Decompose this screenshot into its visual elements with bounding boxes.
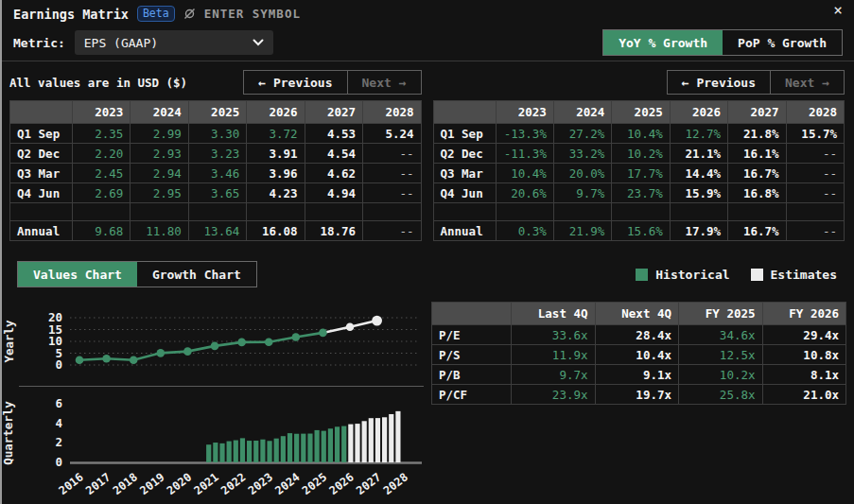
spacer-cell [433, 203, 496, 221]
values-next-button[interactable]: Next → [347, 70, 422, 95]
chevron-down-icon [253, 39, 264, 46]
ratio-column-header: FY 2026 [762, 303, 846, 325]
year-header-corner [433, 101, 496, 124]
table-row: Q1 Sep-13.3%27.2%10.4%12.7%21.8%15.7% [433, 124, 845, 144]
link-icon[interactable] [183, 8, 196, 20]
historical-swatch [636, 269, 648, 281]
close-icon[interactable]: × [833, 3, 843, 18]
year-header: 2023 [73, 101, 131, 124]
value-cell: 2.99 [131, 124, 188, 144]
spacer-cell [247, 203, 305, 221]
earnings-matrix-window: Earnings Matrix Beta ENTER SYMBOL × Metr… [0, 0, 854, 504]
value-cell: 4.54 [305, 144, 362, 164]
growth-next-button[interactable]: Next → [770, 70, 845, 95]
value-cell: 4.62 [305, 164, 362, 183]
value-cell: 3.65 [188, 183, 246, 203]
pop-growth-button[interactable]: PoP % Growth [723, 30, 842, 55]
ratio-cell: 8.1x [762, 365, 846, 385]
spacer-cell [305, 203, 362, 221]
row-label: Q2 Dec [10, 144, 73, 164]
year-header: 2028 [786, 101, 844, 124]
value-cell: 4.94 [305, 183, 362, 203]
growth-cell: 10.4% [496, 164, 553, 183]
spacer-cell [496, 203, 553, 221]
tables-section: All values are in USD ($) ← Previous Nex… [0, 61, 854, 241]
table-row: Q2 Dec2.202.933.233.914.54-- [10, 144, 422, 164]
ratio-cell: 29.4x [762, 325, 846, 345]
spacer-row [10, 203, 422, 221]
year-header: 2025 [612, 101, 670, 124]
growth-cell: 17.9% [670, 221, 727, 241]
row-label: P/B [432, 365, 512, 385]
values-previous-button[interactable]: ← Previous [243, 70, 347, 95]
ratio-column-header: Last 4Q [512, 303, 596, 325]
ratio-cell: 34.6x [679, 325, 763, 345]
row-label: Q3 Mar [10, 164, 73, 183]
growth-cell: 16.8% [728, 183, 786, 203]
value-cell: 13.64 [188, 221, 246, 241]
spacer-cell [131, 203, 188, 221]
values-table: 202320242025202620272028Q1 Sep2.352.993.… [9, 100, 422, 241]
value-cell: 2.35 [73, 124, 131, 144]
left-edge-scrollbar[interactable] [0, 0, 2, 504]
table-row: P/S11.9x10.4x12.5x10.8x [432, 345, 846, 365]
growth-cell: -- [786, 221, 844, 241]
bottom-section: 05101520Yearly 0246Quarterly201620172018… [0, 296, 854, 503]
ratio-cell: 10.8x [762, 345, 846, 365]
growth-panel-head: ← Previous Next → [433, 69, 845, 96]
growth-cell: 21.8% [728, 124, 786, 144]
growth-cell: -11.3% [496, 144, 553, 164]
growth-cell: 9.7% [553, 183, 611, 203]
growth-table: 202320242025202620272028Q1 Sep-13.3%27.2… [433, 100, 845, 241]
svg-text:2028: 2028 [381, 470, 410, 497]
year-header: 2026 [670, 101, 727, 124]
growth-cell: 27.2% [553, 124, 611, 144]
ratio-column-header: Next 4Q [595, 303, 679, 325]
tab-growth-chart[interactable]: Growth Chart [137, 262, 256, 287]
tab-values-chart[interactable]: Values Chart [18, 262, 137, 287]
growth-cell: 21.1% [670, 144, 727, 164]
year-header: 2023 [496, 101, 553, 124]
growth-cell: 10.4% [612, 124, 670, 144]
table-row: P/CF23.9x19.7x25.8x21.0x [432, 385, 846, 405]
yoy-growth-button[interactable]: YoY % Growth [603, 30, 723, 55]
growth-previous-button[interactable]: ← Previous [667, 70, 771, 95]
growth-cell: -- [786, 164, 844, 183]
metric-select[interactable]: EPS (GAAP) [75, 30, 273, 55]
ratios-panel: Last 4QNext 4QFY 2025FY 2026P/E33.6x28.4… [427, 296, 854, 503]
svg-text:2027: 2027 [354, 470, 383, 497]
values-pager: ← Previous Next → [243, 70, 421, 95]
usd-note: All values are in USD ($) [9, 76, 187, 90]
year-header: 2024 [131, 101, 188, 124]
ratio-cell: 21.0x [762, 385, 846, 405]
quarterly-bar-chart: 0246Quarterly201620172018201920202021202… [0, 388, 427, 503]
svg-text:2024: 2024 [272, 470, 302, 497]
row-label: Annual [10, 221, 73, 241]
chart-tabs: Values Chart Growth Chart [17, 261, 257, 287]
metric-label: Metric: [13, 36, 65, 50]
row-label: Annual [433, 221, 496, 241]
value-cell: 3.30 [188, 124, 246, 144]
metric-select-value: EPS (GAAP) [84, 36, 158, 50]
year-header: 2028 [363, 101, 421, 124]
growth-cell: 16.7% [728, 221, 786, 241]
table-row: Annual9.6811.8013.6416.0818.76-- [10, 221, 422, 241]
row-label: Q1 Sep [10, 124, 73, 144]
year-header: 2027 [305, 101, 362, 124]
symbol-input[interactable]: ENTER SYMBOL [204, 7, 301, 21]
growth-cell: 21.9% [553, 221, 611, 241]
growth-cell: 23.7% [612, 183, 670, 203]
row-label: P/S [432, 345, 512, 365]
ratio-cell: 10.2x [679, 365, 763, 385]
ratio-cell: 9.1x [595, 365, 679, 385]
growth-cell: 0.3% [496, 221, 553, 241]
spacer-cell [553, 203, 611, 221]
ratio-cell: 25.8x [679, 385, 763, 405]
year-header: 2027 [728, 101, 786, 124]
svg-text:2016: 2016 [56, 470, 85, 497]
value-cell: 2.95 [131, 183, 188, 203]
ratio-cell: 10.4x [595, 345, 679, 365]
value-cell: 3.91 [247, 144, 305, 164]
growth-cell: -13.3% [496, 124, 553, 144]
table-row: Q3 Mar10.4%20.0%17.7%14.4%16.7%-- [433, 164, 845, 183]
